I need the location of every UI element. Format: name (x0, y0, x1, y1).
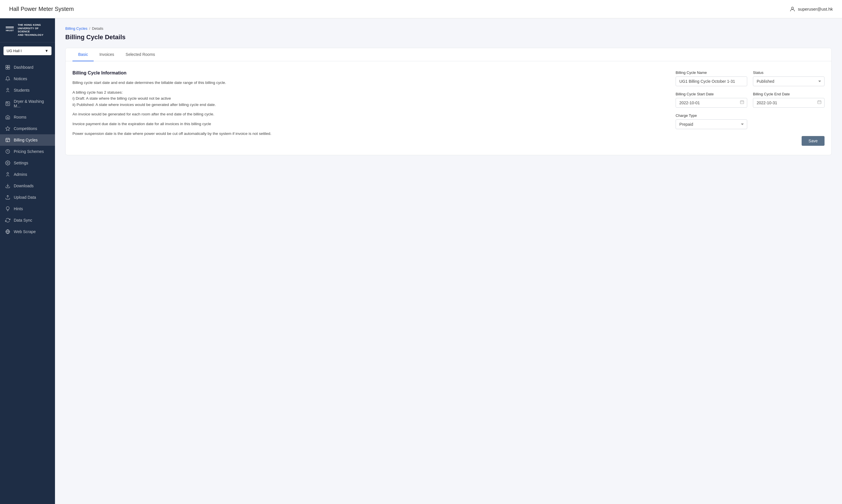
svg-point-11 (7, 103, 8, 105)
upload-icon (5, 195, 10, 200)
home-icon (5, 114, 10, 120)
sidebar-item-billing-cycles[interactable]: Billing Cycles (0, 134, 55, 146)
end-date-wrapper (753, 98, 825, 108)
sidebar-item-pricing-schemes[interactable]: Pricing Schemes (0, 146, 55, 157)
sidebar-item-competitions[interactable]: Competitions (0, 123, 55, 134)
charge-type-select-wrapper: Prepaid Postpaid (676, 120, 747, 129)
form-group-placeholder (753, 113, 825, 129)
sidebar-item-settings[interactable]: Settings (0, 157, 55, 169)
cycle-name-input[interactable] (676, 76, 747, 86)
sidebar-item-label: Data Sync (14, 218, 32, 222)
end-date-input[interactable] (753, 98, 825, 108)
billing-cycle-card: Basic Invoices Selected Rooms Billing Cy… (65, 48, 832, 155)
logo-text: THE HONG KONGUNIVERSITY OF SCIENCEAND TE… (18, 23, 50, 37)
sidebar-item-dashboard[interactable]: Dashboard (0, 61, 55, 73)
sidebar-item-hints[interactable]: Hints (0, 203, 55, 215)
tab-basic-content: Billing Cycle Information Billing cycle … (66, 61, 831, 155)
breadcrumb-separator: / (89, 26, 90, 31)
sidebar-item-data-sync[interactable]: Data Sync (0, 215, 55, 226)
info-heading: Billing Cycle Information (72, 70, 664, 76)
tab-selected-rooms[interactable]: Selected Rooms (120, 48, 161, 61)
cycle-name-label: Billing Cycle Name (676, 70, 747, 75)
charge-type-label: Charge Type (676, 113, 747, 118)
admin-icon (5, 172, 10, 177)
svg-rect-5 (6, 65, 7, 67)
info-para-4: Invoice payment due date is the expirati… (72, 121, 664, 127)
billing-icon (5, 138, 10, 143)
form-group-start-date: Billing Cycle Start Date (676, 92, 747, 108)
sidebar-item-label: Billing Cycles (14, 138, 37, 142)
top-header: Hall Power Meter System superuser@ust.hk (0, 0, 842, 18)
user-info: superuser@ust.hk (789, 6, 833, 12)
svg-rect-3 (6, 26, 14, 28)
bell-icon (5, 76, 10, 81)
sidebar-item-label: Hints (14, 206, 23, 211)
gear-icon (5, 160, 10, 165)
web-icon (5, 229, 10, 234)
form-row-dates: Billing Cycle Start Date Billing Cycle E… (676, 92, 825, 108)
content-area: Billing Cycles / Details Billing Cycle D… (55, 18, 842, 504)
sidebar-logo: HKUST THE HONG KONGUNIVERSITY OF SCIENCE… (0, 18, 55, 42)
sidebar-item-label: Rooms (14, 115, 26, 120)
sidebar-item-notices[interactable]: Notices (0, 73, 55, 85)
info-para-5: Power suspension date is the date where … (72, 130, 664, 137)
svg-rect-4 (6, 28, 14, 29)
sidebar-item-label: Dryer & Washing M... (14, 99, 50, 108)
sidebar-item-students[interactable]: Students (0, 85, 55, 96)
sidebar-item-label: Notices (14, 76, 27, 81)
save-button[interactable]: Save (802, 136, 825, 146)
billing-form: Billing Cycle Name Status Draft Publishe… (676, 70, 825, 146)
start-date-label: Billing Cycle Start Date (676, 92, 747, 96)
sidebar-item-label: Downloads (14, 183, 34, 188)
sidebar-item-label: Web Scrape (14, 229, 36, 234)
form-row-name-status: Billing Cycle Name Status Draft Publishe… (676, 70, 825, 86)
start-date-input[interactable] (676, 98, 747, 108)
star-icon (5, 126, 10, 131)
svg-rect-6 (8, 65, 10, 67)
info-para-1: Billing cycle start date and end date de… (72, 79, 664, 86)
download-icon (5, 183, 10, 188)
sidebar: HKUST THE HONG KONGUNIVERSITY OF SCIENCE… (0, 18, 55, 504)
page-title: Billing Cycle Details (65, 34, 832, 41)
svg-point-12 (6, 102, 7, 103)
tab-invoices[interactable]: Invoices (94, 48, 120, 61)
svg-point-9 (7, 88, 8, 90)
charge-type-select[interactable]: Prepaid Postpaid (676, 120, 747, 129)
main-layout: HKUST THE HONG KONGUNIVERSITY OF SCIENCE… (0, 18, 842, 504)
sidebar-item-admins[interactable]: Admins (0, 169, 55, 180)
sidebar-item-label: Settings (14, 161, 28, 165)
svg-point-17 (7, 173, 8, 174)
username-label: superuser@ust.hk (798, 6, 833, 12)
tab-bar: Basic Invoices Selected Rooms (66, 48, 831, 61)
sidebar-item-label: Upload Data (14, 195, 36, 200)
status-label: Status (753, 70, 825, 75)
svg-rect-7 (6, 68, 7, 69)
form-group-status: Status Draft Published (753, 70, 825, 86)
hall-selector-label: UG Hall I (6, 49, 22, 53)
sidebar-item-dryer[interactable]: Dryer & Washing M... (0, 96, 55, 111)
billing-info-section: Billing Cycle Information Billing cycle … (72, 70, 664, 146)
form-group-charge-type: Charge Type Prepaid Postpaid (676, 113, 747, 129)
sidebar-item-upload-data[interactable]: Upload Data (0, 192, 55, 203)
svg-rect-8 (8, 68, 10, 69)
dashboard-icon (5, 65, 10, 70)
breadcrumb: Billing Cycles / Details (65, 26, 832, 31)
svg-text:HKUST: HKUST (6, 29, 14, 32)
sidebar-item-label: Students (14, 88, 30, 92)
breadcrumb-link[interactable]: Billing Cycles (65, 26, 87, 31)
app-title: Hall Power Meter System (9, 6, 74, 12)
sidebar-item-downloads[interactable]: Downloads (0, 180, 55, 192)
tab-basic[interactable]: Basic (72, 48, 94, 61)
sidebar-item-web-scrape[interactable]: Web Scrape (0, 226, 55, 237)
form-actions: Save (676, 136, 825, 146)
status-select[interactable]: Draft Published (753, 76, 825, 86)
info-para-3: An invoice would be generated for each r… (72, 111, 664, 118)
sidebar-item-rooms[interactable]: Rooms (0, 111, 55, 123)
hall-selector[interactable]: UG Hall I ▼ (3, 47, 52, 55)
end-date-label: Billing Cycle End Date (753, 92, 825, 96)
user-avatar-icon (789, 6, 795, 12)
svg-marker-13 (6, 126, 10, 130)
svg-rect-10 (6, 102, 10, 106)
start-date-wrapper (676, 98, 747, 108)
status-select-wrapper: Draft Published (753, 76, 825, 86)
